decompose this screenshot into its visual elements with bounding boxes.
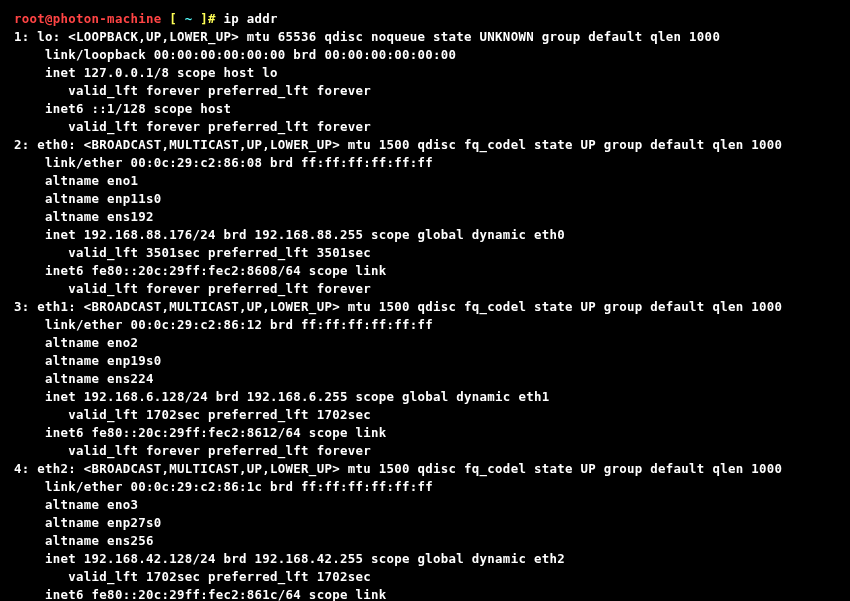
command-text: ip addr	[224, 11, 278, 26]
output-line: altname eno2	[14, 335, 138, 350]
output-line: altname ens192	[14, 209, 154, 224]
output-line: inet6 ::1/128 scope host	[14, 101, 231, 116]
prompt-right-bracket: ]#	[192, 11, 223, 26]
output-line: 4: eth2: <BROADCAST,MULTICAST,UP,LOWER_U…	[14, 461, 782, 476]
output-line: valid_lft 1702sec preferred_lft 1702sec	[14, 569, 371, 584]
output-line: valid_lft forever preferred_lft forever	[14, 83, 371, 98]
output-line: link/ether 00:0c:29:c2:86:08 brd ff:ff:f…	[14, 155, 433, 170]
output-line: 2: eth0: <BROADCAST,MULTICAST,UP,LOWER_U…	[14, 137, 782, 152]
output-line: altname eno3	[14, 497, 138, 512]
output-line: inet 192.168.42.128/24 brd 192.168.42.25…	[14, 551, 565, 566]
output-line: 3: eth1: <BROADCAST,MULTICAST,UP,LOWER_U…	[14, 299, 782, 314]
output-line: link/ether 00:0c:29:c2:86:1c brd ff:ff:f…	[14, 479, 433, 494]
prompt-line-1: root@photon-machine [ ~ ]# ip addr	[14, 11, 278, 26]
output-line: inet 127.0.0.1/8 scope host lo	[14, 65, 278, 80]
output-line: inet 192.168.6.128/24 brd 192.168.6.255 …	[14, 389, 549, 404]
output-line: valid_lft 1702sec preferred_lft 1702sec	[14, 407, 371, 422]
output-line: valid_lft forever preferred_lft forever	[14, 443, 371, 458]
prompt-left-bracket: [	[161, 11, 184, 26]
output-line: altname eno1	[14, 173, 138, 188]
output-line: inet6 fe80::20c:29ff:fec2:861c/64 scope …	[14, 587, 386, 601]
output-line: altname enp11s0	[14, 191, 161, 206]
output-line: 1: lo: <LOOPBACK,UP,LOWER_UP> mtu 65536 …	[14, 29, 720, 44]
output-line: valid_lft forever preferred_lft forever	[14, 119, 371, 134]
output-line: link/loopback 00:00:00:00:00:00 brd 00:0…	[14, 47, 456, 62]
output-line: altname ens256	[14, 533, 154, 548]
output-line: valid_lft forever preferred_lft forever	[14, 281, 371, 296]
output-line: altname enp19s0	[14, 353, 161, 368]
output-line: valid_lft 3501sec preferred_lft 3501sec	[14, 245, 371, 260]
output-line: inet6 fe80::20c:29ff:fec2:8612/64 scope …	[14, 425, 386, 440]
output-line: altname enp27s0	[14, 515, 161, 530]
output-line: inet 192.168.88.176/24 brd 192.168.88.25…	[14, 227, 565, 242]
output-line: inet6 fe80::20c:29ff:fec2:8608/64 scope …	[14, 263, 386, 278]
prompt-userhost: root@photon-machine	[14, 11, 161, 26]
terminal[interactable]: root@photon-machine [ ~ ]# ip addr 1: lo…	[0, 0, 850, 601]
output-line: altname ens224	[14, 371, 154, 386]
output-line: link/ether 00:0c:29:c2:86:12 brd ff:ff:f…	[14, 317, 433, 332]
